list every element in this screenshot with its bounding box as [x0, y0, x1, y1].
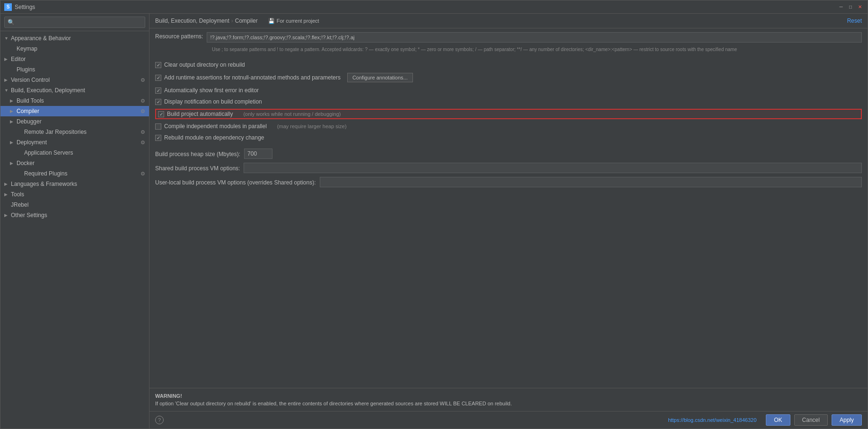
sidebar-item-remote-jar-label: Remote Jar Repositories: [24, 129, 87, 135]
sidebar-item-vc-label: Version Control: [11, 77, 50, 83]
shared-vm-row: Shared build process VM options:: [155, 163, 862, 173]
resource-patterns-hint: Use ; to separate patterns and ! to nega…: [212, 46, 862, 53]
minimize-button[interactable]: ─: [837, 3, 845, 11]
expand-icon-build-tools: ▶: [10, 98, 15, 103]
expand-icon-deployment: ▶: [10, 140, 15, 145]
expand-icon-other: ▶: [4, 213, 9, 218]
resource-patterns-input[interactable]: [207, 32, 862, 43]
maximize-button[interactable]: □: [847, 3, 854, 11]
close-button[interactable]: ✕: [856, 3, 864, 11]
url-text: https://blog.csdn.net/weixin_41846320: [668, 417, 756, 423]
title-bar: S Settings ─ □ ✕: [0, 0, 868, 14]
shared-vm-label: Shared build process VM options:: [155, 164, 240, 172]
add-runtime-checkbox[interactable]: [155, 75, 161, 81]
shared-vm-input[interactable]: [244, 163, 862, 173]
show-first-error-row: Automatically show first error in editor: [155, 86, 862, 95]
sidebar-item-editor[interactable]: ▶ Editor: [0, 54, 149, 64]
expand-icon-languages: ▶: [4, 182, 9, 186]
gear-icon-remote-jar: ⚙: [140, 129, 145, 135]
sidebar-item-debugger[interactable]: ▶ Debugger: [0, 116, 149, 127]
for-project: 💾 For current project: [268, 18, 319, 24]
sidebar-item-languages-label: Languages & Frameworks: [11, 181, 77, 187]
sidebar-item-tools-label: Tools: [11, 191, 24, 198]
sidebar-item-build-label: Build, Execution, Deployment: [11, 87, 85, 94]
sidebar-item-jrebel[interactable]: JRebel: [0, 200, 149, 210]
nav-tree: ▼ Appearance & Behavior Keymap ▶ Editor …: [0, 31, 149, 429]
clear-output-checkbox[interactable]: [155, 62, 161, 68]
for-project-label: For current project: [277, 18, 319, 24]
main-content: ▼ Appearance & Behavior Keymap ▶ Editor …: [0, 14, 868, 429]
sidebar-item-build-tools-label: Build Tools: [17, 97, 44, 104]
show-first-error-checkbox[interactable]: [155, 88, 161, 94]
build-automatically-checkbox[interactable]: [158, 111, 164, 117]
panel-body: Resource patterns: Use ; to separate pat…: [149, 28, 868, 212]
settings-window: S Settings ─ □ ✕ ▼ Appearance & Behavior: [0, 0, 868, 429]
expand-icon-tools: ▶: [4, 192, 9, 197]
user-local-vm-input[interactable]: [320, 177, 862, 187]
sidebar-item-build-execution[interactable]: ▼ Build, Execution, Deployment: [0, 85, 149, 96]
compile-parallel-note: (may require larger heap size): [277, 123, 347, 129]
bottom-bar: ? https://blog.csdn.net/weixin_41846320 …: [149, 411, 868, 429]
user-local-vm-label: User-local build process VM options (ove…: [155, 178, 316, 186]
display-notification-row: Display notification on build completion: [155, 97, 862, 106]
sidebar-item-deployment[interactable]: ▶ Deployment ⚙: [0, 137, 149, 148]
sidebar-item-compiler[interactable]: ▶ Compiler ⚙: [0, 106, 149, 116]
compile-parallel-label: Compile independent modules in parallel: [164, 123, 267, 130]
warning-title: WARNING!: [155, 393, 862, 399]
ok-button[interactable]: OK: [766, 414, 790, 426]
sidebar-item-version-control[interactable]: ▶ Version Control ⚙: [0, 75, 149, 85]
help-button[interactable]: ?: [155, 416, 164, 424]
sidebar-item-required-plugins[interactable]: Required Plugins ⚙: [0, 168, 149, 179]
cancel-button[interactable]: Cancel: [794, 414, 828, 426]
breadcrumb-separator: ›: [231, 18, 233, 24]
title-bar-left: S Settings: [4, 3, 35, 11]
app-icon: S: [4, 3, 12, 11]
sidebar-item-tools[interactable]: ▶ Tools: [0, 189, 149, 200]
breadcrumb-parent: Build, Execution, Deployment: [155, 18, 229, 24]
right-panel: Build, Execution, Deployment › Compiler …: [149, 14, 868, 429]
sidebar-item-appearance[interactable]: ▼ Appearance & Behavior: [0, 33, 149, 44]
expand-icon-vc: ▶: [4, 78, 9, 82]
sidebar-item-application-servers[interactable]: Application Servers: [0, 148, 149, 158]
sidebar-item-other-settings[interactable]: ▶ Other Settings: [0, 210, 149, 220]
resource-patterns-label: Resource patterns:: [155, 32, 203, 40]
expand-icon: ▼: [4, 36, 9, 41]
compile-parallel-checkbox[interactable]: [155, 123, 161, 130]
breadcrumb-current: Compiler: [235, 18, 258, 24]
show-first-error-label: Automatically show first error in editor: [164, 87, 259, 94]
sidebar-item-keymap[interactable]: Keymap: [0, 44, 149, 54]
configure-annotations-button[interactable]: Configure annotations...: [347, 73, 413, 82]
display-notification-checkbox[interactable]: [155, 99, 161, 105]
sidebar-item-editor-label: Editor: [11, 56, 26, 62]
sidebar-item-plugins[interactable]: Plugins: [0, 64, 149, 75]
gear-icon-req-plugins: ⚙: [140, 171, 145, 177]
sidebar-item-keymap-label: Keymap: [17, 45, 37, 52]
apply-button[interactable]: Apply: [832, 414, 862, 426]
sidebar-item-languages[interactable]: ▶ Languages & Frameworks: [0, 179, 149, 189]
heap-size-input[interactable]: [244, 149, 272, 159]
display-notification-label: Display notification on build completion: [164, 98, 262, 105]
bottom-right: https://blog.csdn.net/weixin_41846320 OK…: [668, 414, 862, 426]
user-local-vm-row: User-local build process VM options (ove…: [155, 177, 862, 187]
sidebar-item-req-plugins-label: Required Plugins: [24, 170, 67, 177]
sidebar-item-deployment-label: Deployment: [17, 139, 47, 146]
expand-icon-editor: ▶: [4, 57, 9, 61]
gear-icon-deployment: ⚙: [140, 140, 145, 146]
disk-icon: 💾: [268, 18, 275, 24]
rebuild-module-label: Rebuild module on dependency change: [164, 134, 264, 141]
sidebar-item-remote-jar[interactable]: Remote Jar Repositories ⚙: [0, 127, 149, 137]
rebuild-module-checkbox[interactable]: [155, 135, 161, 141]
window-title: Settings: [15, 4, 35, 10]
panel-header: Build, Execution, Deployment › Compiler …: [149, 14, 868, 28]
warning-box: WARNING! If option 'Clear output directo…: [149, 388, 868, 411]
sidebar-item-app-servers-label: Application Servers: [24, 149, 73, 156]
add-runtime-label: Add runtime assertions for notnull-annot…: [164, 74, 341, 81]
sidebar-item-docker[interactable]: ▶ Docker: [0, 158, 149, 168]
breadcrumb: Build, Execution, Deployment › Compiler: [155, 18, 258, 24]
sidebar-item-build-tools[interactable]: ▶ Build Tools ⚙: [0, 96, 149, 106]
sidebar-item-jrebel-label: JRebel: [11, 201, 28, 208]
warning-text: If option 'Clear output directory on reb…: [155, 401, 862, 406]
expand-icon-build: ▼: [4, 88, 9, 93]
reset-button[interactable]: Reset: [847, 18, 862, 24]
search-input[interactable]: [4, 17, 145, 28]
